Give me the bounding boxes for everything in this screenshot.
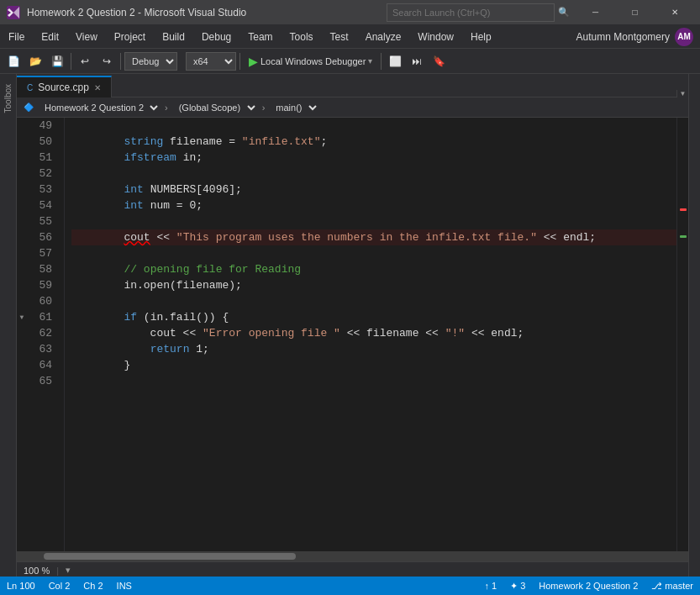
left-sidebar: Toolbox [0, 74, 17, 578]
platform-dropdown[interactable]: x64 [186, 52, 236, 71]
breadcrumb-scope-dropdown[interactable]: (Global Scope) [171, 100, 259, 115]
code-line-52 [71, 166, 676, 182]
branch-status[interactable]: ⎇ master [651, 581, 693, 592]
ins-status: INS [117, 581, 132, 591]
run-debugger-btn[interactable]: ▶ Local Windows Debugger ▾ [244, 53, 377, 70]
user-name: Autumn Montgomery [576, 31, 670, 43]
h-scrollbar[interactable] [17, 551, 688, 561]
linenum-60: 60 [27, 293, 57, 309]
line-numbers: 49 50 51 52 53 54 55 56 57 58 59 60 61 6… [27, 118, 65, 551]
vs-icon [7, 6, 20, 19]
code-line-64: } [71, 357, 676, 373]
save-btn[interactable]: 💾 [47, 51, 67, 71]
up-arrow-status: ↑ 1 [484, 581, 497, 591]
code-line-60 [71, 293, 676, 309]
tab-close-btn[interactable]: ✕ [94, 83, 101, 92]
margin-55 [17, 213, 27, 229]
code-editor[interactable]: ▼ 49 50 51 52 53 54 55 56 57 58 59 60 61 [17, 118, 688, 551]
code-line-56: cout << "This program uses the numbers i… [71, 229, 676, 245]
code-line-51: ifstream in; [71, 150, 676, 166]
linenum-58: 58 [27, 261, 57, 277]
margin-64 [17, 357, 27, 373]
count-status: ✦ 3 [510, 581, 525, 592]
avatar[interactable]: AM [675, 28, 693, 46]
linenum-54: 54 [27, 197, 57, 213]
editor-right-margin [676, 118, 688, 551]
close-button[interactable]: ✕ [655, 0, 693, 25]
linenum-59: 59 [27, 277, 57, 293]
breakpoints-btn[interactable]: ⬜ [385, 51, 405, 71]
code-line-59: in.open(filename); [71, 277, 676, 293]
code-line-63: return 1; [71, 341, 676, 357]
linenum-61: 61 [27, 309, 57, 325]
editor-bottom-bar: 100 % | ▾ [17, 561, 688, 578]
menu-window[interactable]: Window [409, 25, 462, 49]
menu-project[interactable]: Project [106, 25, 154, 49]
user-area: Autumn Montgomery AM [576, 28, 700, 46]
source-cpp-tab[interactable]: C Source.cpp ✕ [17, 76, 112, 97]
breadcrumb-file-dropdown[interactable]: Homework 2 Question 2 [37, 100, 161, 115]
menu-tools[interactable]: Tools [282, 25, 322, 49]
col-status[interactable]: Col 2 [49, 581, 71, 591]
margin-53 [17, 182, 27, 197]
menu-bar: File Edit View Project Build Debug Team … [0, 25, 700, 49]
code-line-57 [71, 245, 676, 261]
margin-61: ▼ [17, 309, 27, 325]
breadcrumb-func-dropdown[interactable]: main() [268, 100, 320, 115]
menu-team[interactable]: Team [239, 25, 281, 49]
linenum-56: 56 [27, 229, 57, 245]
margin-63 [17, 341, 27, 357]
ch-status[interactable]: Ch 2 [83, 581, 103, 591]
open-btn[interactable]: 📂 [25, 51, 45, 71]
zoom-label: 100 % [24, 566, 50, 576]
minimize-button[interactable]: ─ [576, 0, 614, 25]
tab-bar: C Source.cpp ✕ ▼ [17, 74, 688, 97]
window-controls: ─ □ ✕ [576, 0, 693, 25]
h-scroll-thumb[interactable] [44, 553, 296, 560]
sep2 [120, 53, 121, 70]
quick-launch-input[interactable] [387, 3, 555, 22]
margin-56 [17, 229, 27, 245]
debug-config-dropdown[interactable]: Debug [124, 52, 177, 71]
menu-file[interactable]: File [0, 25, 33, 49]
bookmark-btn[interactable]: 🔖 [429, 51, 449, 71]
window-title: Homework 2 Question 2 - Microsoft Visual… [27, 7, 380, 18]
code-line-61: if (in.fail()) { [71, 309, 676, 325]
menu-view[interactable]: View [67, 25, 106, 49]
sep3 [239, 53, 240, 70]
status-bar: Ln 100 Col 2 Ch 2 INS ↑ 1 ✦ 3 Homework 2… [0, 577, 700, 595]
status-right: ↑ 1 ✦ 3 Homework 2 Question 2 ⎇ master [484, 581, 693, 592]
menu-analyze[interactable]: Analyze [357, 25, 410, 49]
redo-btn[interactable]: ↪ [97, 51, 117, 71]
step-over-btn[interactable]: ⏭ [407, 51, 427, 71]
undo-btn[interactable]: ↩ [75, 51, 95, 71]
project-status[interactable]: Homework 2 Question 2 [539, 581, 638, 591]
menu-test[interactable]: Test [322, 25, 357, 49]
linenum-63: 63 [27, 341, 57, 357]
menu-build[interactable]: Build [154, 25, 193, 49]
menu-debug[interactable]: Debug [193, 25, 239, 49]
code-content[interactable]: string filename = "infile.txt"; ifstream… [65, 118, 676, 551]
code-line-55 [71, 213, 676, 229]
main-area: Toolbox C Source.cpp ✕ ▼ 🔷 Homework 2 Qu… [0, 74, 700, 578]
linenum-57: 57 [27, 245, 57, 261]
code-line-49 [71, 118, 676, 134]
margin-65 [17, 373, 27, 389]
collapse-editor-btn[interactable]: ▼ [676, 90, 688, 97]
margin-54 [17, 197, 27, 213]
collapse-arrow-61[interactable]: ▼ [20, 313, 24, 321]
new-project-btn[interactable]: 📄 [3, 51, 24, 71]
search-bar: 🔍 [387, 3, 570, 22]
editor-container: C Source.cpp ✕ ▼ 🔷 Homework 2 Question 2… [17, 74, 688, 578]
linenum-49: 49 [27, 118, 57, 134]
zoom-dropdown-btn[interactable]: ▾ [66, 565, 71, 576]
right-scrollbar[interactable] [688, 74, 700, 578]
maximize-button[interactable]: □ [616, 0, 654, 25]
menu-edit[interactable]: Edit [33, 25, 67, 49]
menu-help[interactable]: Help [462, 25, 500, 49]
info-indicator-58 [680, 235, 687, 238]
ln-status[interactable]: Ln 100 [7, 581, 35, 591]
margin-51 [17, 150, 27, 166]
margin-50 [17, 134, 27, 150]
margin-52 [17, 166, 27, 182]
